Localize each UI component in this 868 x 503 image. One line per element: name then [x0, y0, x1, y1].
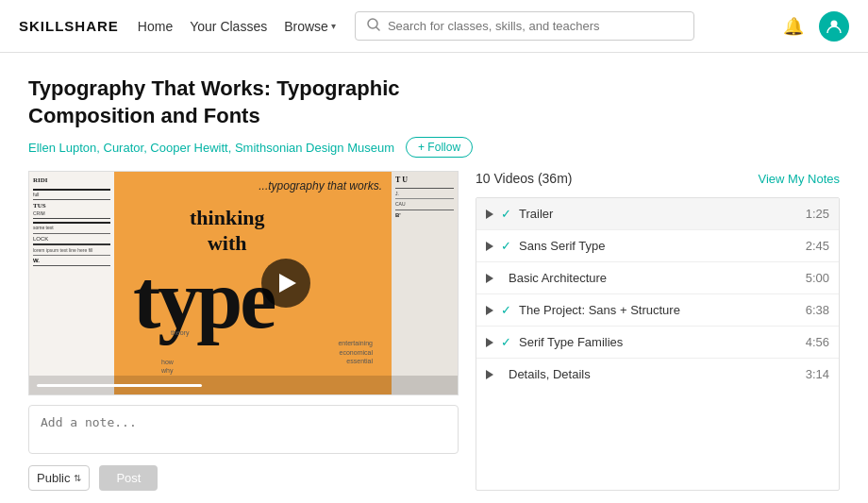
- nav-your-classes[interactable]: Your Classes: [190, 19, 267, 34]
- main-nav: Home Your Classes Browse ▾: [138, 19, 336, 34]
- nav-browse[interactable]: Browse ▾: [284, 19, 336, 34]
- play-icon: [486, 210, 493, 219]
- play-button[interactable]: [261, 259, 310, 308]
- playlist-item[interactable]: Details, Details3:14: [476, 359, 839, 390]
- content-area: RIDI full TUS CRIM some text LOCK lorem …: [28, 171, 840, 491]
- course-title: Typography That Works: Typographic Compo…: [28, 75, 500, 129]
- visibility-select[interactable]: Public ⇅: [28, 465, 90, 491]
- playlist-item[interactable]: ✓The Project: Sans + Structure6:38: [476, 294, 839, 327]
- playlist-item[interactable]: ✓Serif Type Families4:56: [476, 327, 839, 359]
- author-link[interactable]: Ellen Lupton, Curator, Cooper Hewitt, Sm…: [28, 141, 394, 155]
- right-column: 10 Videos (36m) View My Notes ✓Trailer1:…: [476, 171, 840, 491]
- video-title: Trailer: [519, 207, 798, 221]
- svg-line-1: [376, 27, 379, 30]
- video-duration: 2:45: [806, 239, 829, 253]
- logo: SKILLSHARE: [19, 18, 119, 34]
- video-title: Basic Architecture: [509, 271, 798, 285]
- header: SKILLSHARE Home Your Classes Browse ▾ 🔔: [0, 0, 868, 53]
- video-title: Serif Type Families: [519, 335, 798, 349]
- playlist-count: 10 Videos (36m): [476, 171, 572, 186]
- thinking-text: thinking with: [190, 206, 265, 256]
- video-duration: 4:56: [806, 335, 829, 349]
- view-notes-link[interactable]: View My Notes: [759, 172, 840, 186]
- nav-home[interactable]: Home: [138, 19, 173, 34]
- play-icon: [486, 242, 493, 251]
- video-duration: 6:38: [806, 303, 829, 317]
- note-textarea[interactable]: [28, 405, 459, 454]
- main-content: Typography That Works: Typographic Compo…: [0, 53, 868, 503]
- video-duration: 1:25: [806, 207, 829, 221]
- chevron-down-icon: ⇅: [74, 473, 81, 483]
- video-overlay-text: ...typography that works.: [259, 179, 382, 193]
- play-triangle-icon: [279, 274, 296, 293]
- play-icon: [486, 370, 493, 379]
- visibility-label: Public: [37, 471, 70, 485]
- video-duration: 3:14: [806, 367, 829, 381]
- video-player[interactable]: RIDI full TUS CRIM some text LOCK lorem …: [28, 171, 459, 395]
- post-button[interactable]: Post: [99, 465, 158, 491]
- playlist-item[interactable]: Basic Architecture5:00: [476, 262, 839, 294]
- avatar[interactable]: [819, 11, 849, 42]
- search-icon: [367, 18, 380, 34]
- play-icon: [486, 306, 493, 315]
- play-icon: [486, 274, 493, 283]
- type-word: type: [133, 252, 274, 347]
- check-icon: ✓: [501, 207, 511, 221]
- check-icon: ✓: [501, 239, 511, 253]
- newspaper-decoration: RIDI full TUS CRIM some text LOCK lorem …: [29, 172, 114, 394]
- follow-button[interactable]: + Follow: [406, 137, 473, 158]
- left-column: RIDI full TUS CRIM some text LOCK lorem …: [28, 171, 459, 491]
- playlist-item[interactable]: ✓Sans Serif Type2:45: [476, 230, 839, 262]
- video-title: Details, Details: [509, 367, 798, 381]
- video-duration: 5:00: [806, 271, 829, 285]
- playlist-items: ✓Trailer1:25✓Sans Serif Type2:45 Basic A…: [476, 197, 840, 491]
- header-right: 🔔: [783, 11, 849, 42]
- video-controls[interactable]: [29, 376, 458, 394]
- check-icon: ✓: [501, 335, 511, 349]
- chevron-down-icon: ▾: [331, 21, 336, 31]
- search-input[interactable]: [388, 19, 682, 33]
- author-row: Ellen Lupton, Curator, Cooper Hewitt, Sm…: [28, 137, 840, 158]
- check-icon: ✓: [501, 303, 511, 317]
- play-icon: [486, 338, 493, 347]
- note-footer: Public ⇅ Post: [28, 465, 459, 491]
- search-bar[interactable]: [355, 11, 694, 41]
- bell-icon[interactable]: 🔔: [783, 16, 804, 37]
- playlist-item[interactable]: ✓Trailer1:25: [476, 198, 839, 230]
- video-title: Sans Serif Type: [519, 239, 798, 253]
- video-title: The Project: Sans + Structure: [519, 303, 798, 317]
- playlist-header: 10 Videos (36m) View My Notes: [476, 171, 840, 192]
